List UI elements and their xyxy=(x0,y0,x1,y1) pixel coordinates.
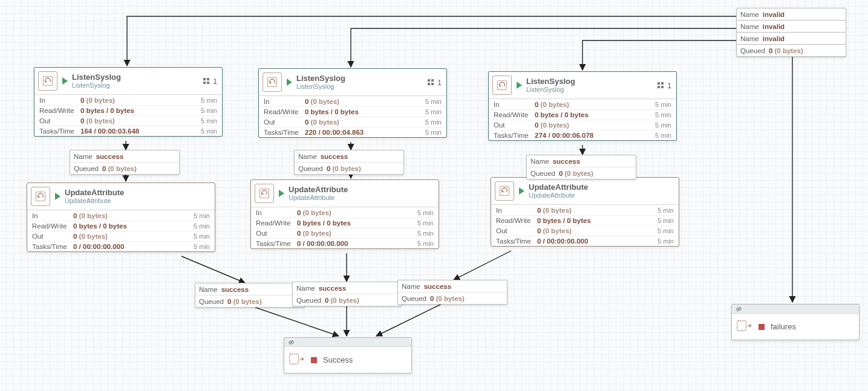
processor-type-icon xyxy=(263,73,282,92)
svg-rect-6 xyxy=(428,79,430,82)
connection-label[interactable]: NamesuccessQueued0 (0 bytes) xyxy=(195,283,305,308)
thread-badge: 1 xyxy=(428,79,442,87)
stat-row: Read/Write0 bytes / 0 bytes5 min xyxy=(259,106,446,117)
processor-p2[interactable]: ListenSyslogListenSyslog1In0 (0 bytes)5 … xyxy=(258,68,447,138)
svg-rect-3 xyxy=(203,82,206,84)
run-status-icon xyxy=(55,193,60,200)
port-label: Success xyxy=(323,355,353,364)
stat-row: Read/Write0 bytes / 0 bytes5 min xyxy=(27,221,215,231)
processor-type: ListenSyslog xyxy=(526,86,575,94)
stat-row: In0 (0 bytes)5 min xyxy=(491,205,679,215)
processor-type: UpdateAttribute xyxy=(289,194,348,202)
thread-badge: 1 xyxy=(203,77,217,86)
connection-label[interactable]: Nameinvalid xyxy=(736,32,846,45)
stat-row: Tasks/Time164 / 00:00:03.6485 min xyxy=(34,126,222,136)
run-status-icon xyxy=(279,190,284,197)
processor-type: ListenSyslog xyxy=(296,83,345,91)
processor-type-icon xyxy=(255,184,274,203)
output-port[interactable]: failures xyxy=(731,304,860,340)
hidden-indicator-icon xyxy=(284,338,411,347)
stat-row: In0 (0 bytes)5 min xyxy=(259,96,446,106)
processor-stats: In0 (0 bytes)5 minRead/Write0 bytes / 0 … xyxy=(491,205,679,246)
processor-stats: In0 (0 bytes)5 minRead/Write0 bytes / 0 … xyxy=(489,99,676,140)
stat-row: In0 (0 bytes)5 min xyxy=(489,99,676,109)
connection-stack[interactable]: NameinvalidNameinvalidNameinvalidQueued0… xyxy=(736,8,846,57)
stat-row: Tasks/Time0 / 00:00:00.0005 min xyxy=(491,236,679,246)
processor-p1[interactable]: ListenSyslogListenSyslog1In0 (0 bytes)5 … xyxy=(34,67,223,137)
run-status-icon xyxy=(517,82,522,89)
processor-stats: In0 (0 bytes)5 minRead/Write0 bytes / 0 … xyxy=(259,96,446,137)
connection-label[interactable]: NamesuccessQueued0 (0 bytes) xyxy=(70,150,180,175)
stat-row: Out0 (0 bytes)5 min xyxy=(489,120,676,130)
stopped-status-icon xyxy=(311,357,317,363)
processor-type-icon xyxy=(492,76,512,95)
svg-rect-1 xyxy=(203,78,206,80)
connection-label[interactable]: NamesuccessQueued0 (0 bytes) xyxy=(294,150,404,175)
thread-badge: 1 xyxy=(658,82,671,90)
processor-header[interactable]: ListenSyslogListenSyslog1 xyxy=(34,68,222,95)
stat-row: Read/Write0 bytes / 0 bytes5 min xyxy=(251,218,439,228)
connection-label[interactable]: NamesuccessQueued0 (0 bytes) xyxy=(292,282,402,306)
processor-type-icon xyxy=(495,181,514,201)
stat-row: Out0 (0 bytes)5 min xyxy=(259,117,446,127)
svg-rect-20 xyxy=(290,354,299,364)
processor-name: UpdateAttribute xyxy=(65,188,124,198)
stat-row: Tasks/Time0 / 00:00:00.0005 min xyxy=(27,241,215,251)
stat-row: Out0 (0 bytes)5 min xyxy=(34,115,222,126)
processor-p4[interactable]: UpdateAttributeUpdateAttributeIn0 (0 byt… xyxy=(27,183,215,252)
processor-header[interactable]: ListenSyslogListenSyslog1 xyxy=(259,69,446,96)
run-status-icon xyxy=(519,187,524,195)
connection-label[interactable]: NamesuccessQueued0 (0 bytes) xyxy=(397,280,507,305)
connection-label[interactable]: Nameinvalid xyxy=(736,20,846,33)
svg-rect-7 xyxy=(431,79,434,82)
processor-stats: In0 (0 bytes)5 minRead/Write0 bytes / 0 … xyxy=(27,210,215,251)
svg-rect-23 xyxy=(737,321,746,331)
svg-rect-14 xyxy=(661,86,664,88)
run-status-icon xyxy=(287,79,292,86)
processor-header[interactable]: UpdateAttributeUpdateAttribute xyxy=(251,180,439,207)
stat-row: Tasks/Time220 / 00:00:04.8635 min xyxy=(259,127,446,137)
processor-type-icon xyxy=(38,71,57,91)
processor-header[interactable]: ListenSyslogListenSyslog1 xyxy=(489,72,676,99)
processor-p5[interactable]: UpdateAttributeUpdateAttributeIn0 (0 byt… xyxy=(250,179,439,249)
processor-name: ListenSyslog xyxy=(296,74,345,83)
stat-row: Out0 (0 bytes)5 min xyxy=(27,231,215,241)
processor-p6[interactable]: UpdateAttributeUpdateAttributeIn0 (0 byt… xyxy=(491,177,679,247)
svg-rect-11 xyxy=(658,82,660,85)
processor-stats: In0 (0 bytes)5 minRead/Write0 bytes / 0 … xyxy=(251,207,439,248)
svg-rect-12 xyxy=(661,82,664,85)
svg-rect-9 xyxy=(431,83,434,85)
stat-row: Read/Write0 bytes / 0 bytes5 min xyxy=(489,109,676,120)
processor-type: ListenSyslog xyxy=(72,82,121,89)
stat-row: In0 (0 bytes)5 min xyxy=(34,95,222,105)
connection-label[interactable]: Nameinvalid xyxy=(736,8,846,21)
svg-rect-8 xyxy=(428,83,430,85)
stat-row: Read/Write0 bytes / 0 bytes5 min xyxy=(491,215,679,225)
stat-row: Out0 (0 bytes)5 min xyxy=(491,225,679,236)
processor-name: ListenSyslog xyxy=(72,73,121,82)
stat-row: In0 (0 bytes)5 min xyxy=(27,210,215,221)
stat-row: Tasks/Time274 / 00:00:06.0785 min xyxy=(489,130,676,140)
stat-row: Read/Write0 bytes / 0 bytes5 min xyxy=(34,105,222,115)
processor-name: UpdateAttribute xyxy=(529,183,588,192)
stat-row: Out0 (0 bytes)5 min xyxy=(251,228,439,238)
processor-name: ListenSyslog xyxy=(526,77,575,86)
run-status-icon xyxy=(62,77,68,85)
stat-row: In0 (0 bytes)5 min xyxy=(251,207,439,218)
processor-type: UpdateAttribute xyxy=(529,192,588,199)
processor-type-icon xyxy=(31,187,50,206)
port-label: failures xyxy=(771,322,796,331)
processor-p3[interactable]: ListenSyslogListenSyslog1In0 (0 bytes)5 … xyxy=(488,71,677,141)
svg-rect-4 xyxy=(207,82,209,84)
output-port[interactable]: Success xyxy=(284,337,412,373)
connection-label[interactable]: NamesuccessQueued0 (0 bytes) xyxy=(526,155,636,179)
hidden-indicator-icon xyxy=(732,305,859,314)
processor-header[interactable]: UpdateAttributeUpdateAttribute xyxy=(491,178,679,205)
output-port-icon xyxy=(289,353,305,367)
processor-stats: In0 (0 bytes)5 minRead/Write0 bytes / 0 … xyxy=(34,95,222,136)
connection-label[interactable]: Queued0 (0 bytes) xyxy=(736,44,846,57)
output-port-icon xyxy=(737,320,752,334)
svg-rect-2 xyxy=(207,78,209,80)
stopped-status-icon xyxy=(759,324,765,330)
processor-header[interactable]: UpdateAttributeUpdateAttribute xyxy=(27,183,215,210)
